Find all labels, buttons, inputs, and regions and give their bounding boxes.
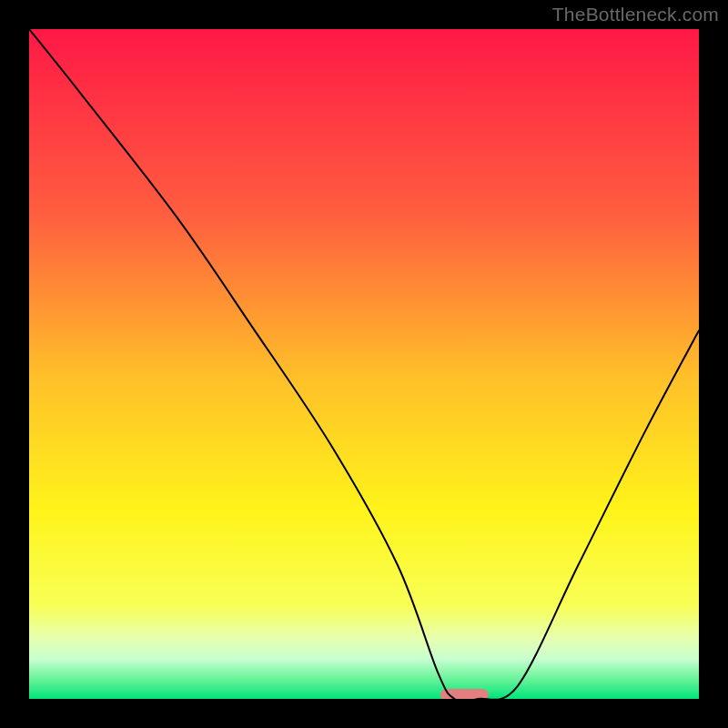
chart-svg: [29, 29, 699, 699]
plot-area: [29, 29, 699, 699]
chart-frame: TheBottleneck.com: [0, 0, 728, 728]
watermark-label: TheBottleneck.com: [552, 4, 719, 25]
gradient-background: [29, 29, 699, 699]
